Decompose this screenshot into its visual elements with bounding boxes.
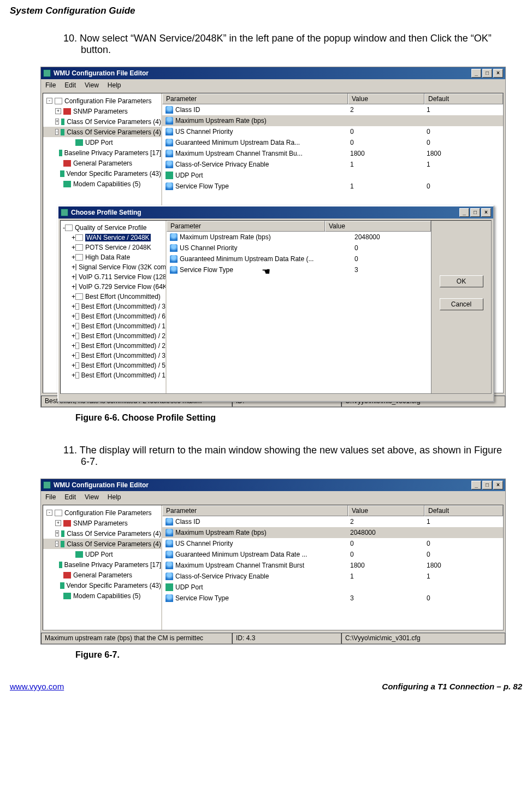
list-row[interactable]: Maximum Upstream Rate (bps) bbox=[162, 115, 503, 126]
list-body[interactable]: Class ID21Maximum Upstream Rate (bps)204… bbox=[162, 516, 503, 630]
col-value[interactable]: Value bbox=[348, 93, 424, 104]
maximize-icon[interactable]: □ bbox=[470, 208, 480, 217]
screenshot-fig-6-6: WMU Configuration File Editor _ □ × File… bbox=[40, 67, 506, 408]
col-parameter[interactable]: Parameter bbox=[162, 505, 348, 516]
list-row[interactable]: Maximum Upstream Rate (bps)2048000 bbox=[167, 232, 431, 243]
menu-file[interactable]: File bbox=[45, 81, 56, 89]
tree-item[interactable]: +Class Of Service Parameters (4) bbox=[43, 116, 161, 127]
popup-tree-item[interactable]: +Best Effort (Uncommitted) / 3 bbox=[61, 302, 165, 311]
menu-help[interactable]: Help bbox=[108, 81, 121, 89]
list-row[interactable]: Maximum Upstream Channel Transmit Bu...1… bbox=[162, 148, 503, 159]
tree-pane[interactable]: -Configuration File Parameters+SNMP Para… bbox=[43, 505, 162, 630]
list-row[interactable]: US Channel Priority00 bbox=[162, 126, 503, 137]
menu-help[interactable]: Help bbox=[108, 493, 121, 501]
window-titlebar[interactable]: WMU Configuration File Editor _ □ × bbox=[41, 67, 505, 79]
list-header[interactable]: Parameter Value Default bbox=[162, 93, 503, 104]
popup-tree-item[interactable]: +Best Effort (Uncommitted) / 6 bbox=[61, 311, 165, 321]
tree-item[interactable]: UDP Port bbox=[43, 549, 161, 559]
cancel-button[interactable]: Cancel bbox=[440, 298, 483, 310]
tree-item[interactable]: +SNMP Parameters bbox=[43, 106, 161, 116]
menu-view[interactable]: View bbox=[85, 81, 99, 89]
ok-button[interactable]: OK bbox=[440, 275, 483, 287]
popup-tree-item[interactable]: +Best Effort (Uncommitted) / 1 bbox=[61, 370, 165, 380]
popup-tree-item[interactable]: +POTS Service / 2048K bbox=[61, 243, 165, 252]
list-pane[interactable]: Parameter Value Default Class ID21Maximu… bbox=[162, 505, 503, 630]
minimize-icon[interactable]: _ bbox=[471, 481, 481, 489]
list-row[interactable]: Guaranteed Minimum Upstream Data Ra...00 bbox=[162, 137, 503, 148]
popup-tree-item[interactable]: +Best Effort (Uncommitted) / 2 bbox=[61, 331, 165, 341]
list-row[interactable]: Maximum Upstream Channel Transmit Burst1… bbox=[162, 560, 503, 571]
tree-item[interactable]: Baseline Privacy Parameters [17] bbox=[43, 147, 161, 158]
maximize-icon[interactable]: □ bbox=[482, 69, 492, 78]
popup-list-header[interactable]: Parameter Value bbox=[167, 221, 431, 232]
popup-tree-item[interactable]: +VoIP G.711 Service Flow (128 bbox=[61, 272, 165, 282]
list-row[interactable]: Maximum Upstream Rate (bps)2048000 bbox=[162, 527, 503, 538]
col-parameter[interactable]: Parameter bbox=[167, 221, 325, 232]
list-header[interactable]: Parameter Value Default bbox=[162, 505, 503, 516]
list-row[interactable]: Guaranteed Minimum Upstream Data Rate ..… bbox=[162, 549, 503, 560]
col-parameter[interactable]: Parameter bbox=[162, 93, 348, 104]
window-titlebar[interactable]: WMU Configuration File Editor _ □ × bbox=[41, 479, 505, 491]
tree-item[interactable]: -Configuration File Parameters bbox=[43, 96, 161, 106]
popup-tree-item[interactable]: +Best Effort (Uncommitted) / 2 bbox=[61, 341, 165, 351]
col-default[interactable]: Default bbox=[424, 93, 503, 104]
tree-item[interactable]: Vendor Specific Parameters (43) bbox=[43, 168, 161, 179]
col-default[interactable]: Default bbox=[424, 505, 503, 516]
choose-profile-popup: Choose Profile Setting _ □ × -Quality of… bbox=[57, 205, 494, 402]
tree-item[interactable]: Baseline Privacy Parameters [17] bbox=[43, 559, 161, 570]
list-row[interactable]: Service Flow Type10 bbox=[162, 181, 503, 192]
minimize-icon[interactable]: _ bbox=[459, 208, 469, 217]
list-row[interactable]: Class-of-Service Privacy Enable11 bbox=[162, 571, 503, 582]
list-row[interactable]: Guaranteed Minimum Upstream Data Rate (.… bbox=[167, 253, 431, 264]
popup-list[interactable]: Parameter Value Maximum Upstream Rate (b… bbox=[167, 221, 431, 393]
list-row[interactable]: Service Flow Type3 bbox=[167, 264, 431, 275]
list-row[interactable]: Class ID21 bbox=[162, 104, 503, 115]
close-icon[interactable]: × bbox=[493, 481, 503, 489]
list-row[interactable]: Class ID21 bbox=[162, 516, 503, 527]
close-icon[interactable]: × bbox=[493, 69, 503, 78]
popup-tree-item[interactable]: +WAN Service / 2048K bbox=[61, 233, 165, 243]
tree-item[interactable]: UDP Port bbox=[43, 137, 161, 147]
popup-tree-item[interactable]: +High Data Rate bbox=[61, 252, 165, 262]
tree-item[interactable]: Modem Capabilities (5) bbox=[43, 591, 161, 601]
popup-tree-item[interactable]: -Quality of Service Profile bbox=[61, 223, 165, 233]
popup-tree-item[interactable]: +Best Effort (Uncommitted) / 1 bbox=[61, 321, 165, 331]
tree-item[interactable]: General Parameters bbox=[43, 570, 161, 580]
popup-tree-item[interactable]: +Best Effort (Uncommitted) / 3 bbox=[61, 351, 165, 361]
tree-item[interactable]: Modem Capabilities (5) bbox=[43, 179, 161, 189]
popup-tree-item[interactable]: +Best Effort (Uncommitted) bbox=[61, 292, 165, 302]
popup-tree[interactable]: -Quality of Service Profile+WAN Service … bbox=[61, 221, 167, 393]
popup-list-body[interactable]: Maximum Upstream Rate (bps)2048000US Cha… bbox=[167, 232, 431, 275]
list-row[interactable]: Service Flow Type30 bbox=[162, 593, 503, 604]
tree-item[interactable]: +Class Of Service Parameters (4) bbox=[43, 528, 161, 539]
tree-item[interactable]: -Configuration File Parameters bbox=[43, 507, 161, 518]
popup-tree-item[interactable]: +Best Effort (Uncommitted) / 5 bbox=[61, 361, 165, 370]
popup-titlebar[interactable]: Choose Profile Setting _ □ × bbox=[58, 206, 493, 219]
popup-tree-item[interactable]: +VoIP G.729 Service Flow (64K bbox=[61, 282, 165, 292]
menu-edit[interactable]: Edit bbox=[64, 493, 76, 501]
close-icon[interactable]: × bbox=[481, 208, 491, 217]
popup-buttons: OK Cancel bbox=[431, 221, 491, 393]
menu-view[interactable]: View bbox=[85, 493, 99, 501]
col-value[interactable]: Value bbox=[325, 221, 431, 232]
popup-tree-item[interactable]: +Signal Service Flow (32K comr bbox=[61, 262, 165, 272]
tree-item[interactable]: General Parameters bbox=[43, 158, 161, 168]
list-row[interactable]: Class-of-Service Privacy Enable11 bbox=[162, 159, 503, 170]
tree-item[interactable]: +SNMP Parameters bbox=[43, 518, 161, 528]
list-row[interactable]: UDP Port bbox=[162, 170, 503, 181]
status-mid: ID: 4.3 bbox=[232, 633, 341, 644]
tree-item[interactable]: Vendor Specific Parameters (43) bbox=[43, 580, 161, 591]
list-row[interactable]: US Channel Priority0 bbox=[167, 243, 431, 253]
list-row[interactable]: US Channel Priority00 bbox=[162, 538, 503, 549]
footer-url[interactable]: www.vyyo.com bbox=[10, 682, 64, 691]
col-value[interactable]: Value bbox=[348, 505, 424, 516]
screenshot-fig-6-7: WMU Configuration File Editor _ □ × File… bbox=[40, 479, 506, 645]
menu-edit[interactable]: Edit bbox=[64, 81, 76, 89]
tree-item[interactable]: -Class Of Service Parameters (4) bbox=[43, 539, 161, 549]
menu-bar: File Edit View Help bbox=[41, 79, 505, 91]
maximize-icon[interactable]: □ bbox=[482, 481, 492, 489]
list-row[interactable]: UDP Port bbox=[162, 582, 503, 593]
menu-file[interactable]: File bbox=[45, 493, 56, 501]
tree-item[interactable]: -Class Of Service Parameters (4) bbox=[43, 127, 161, 137]
minimize-icon[interactable]: _ bbox=[471, 69, 481, 78]
